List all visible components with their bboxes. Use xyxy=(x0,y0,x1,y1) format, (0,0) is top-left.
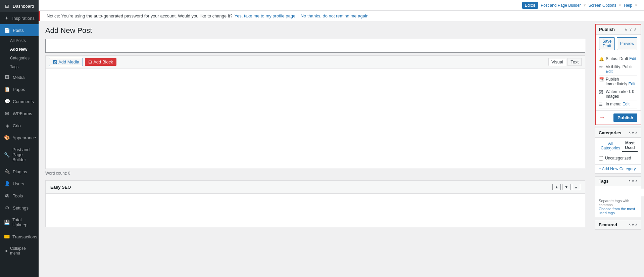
tags-toggle-btn[interactable]: ∧ xyxy=(635,179,638,183)
visibility-value: Public xyxy=(623,64,634,69)
featured-box: Featured ∧ ∨ ∧ xyxy=(595,220,641,230)
sidebar-item-settings[interactable]: ⚙ Settings xyxy=(0,202,39,214)
tab-all-categories[interactable]: All Categories xyxy=(599,140,622,152)
sidebar-item-transactions[interactable]: 💳 Transactions xyxy=(0,231,39,243)
sidebar-item-label: Dashboard xyxy=(13,4,34,9)
featured-toggle-btn[interactable]: ∧ xyxy=(635,223,638,227)
inspirations-icon: ✦ xyxy=(4,15,10,21)
categories-box-title: Categories xyxy=(599,130,621,135)
status-label: Status: xyxy=(606,56,618,61)
category-checkbox-uncategorized[interactable] xyxy=(599,156,603,160)
collapse-arrow-icon: ◄ xyxy=(4,248,8,253)
sidebar-item-posts[interactable]: 📄 Posts xyxy=(0,24,39,36)
categories-box-header: Categories ∧ ∨ ∧ xyxy=(595,128,641,138)
sidebar-item-label: Tools xyxy=(13,193,23,198)
publish-time-label: Publish immediately xyxy=(606,77,627,86)
sidebar-sub-add-new[interactable]: Add New xyxy=(0,45,39,54)
inmenu-row: ☰ In menu: Edit xyxy=(599,100,637,108)
visibility-icon: 👁 xyxy=(599,65,604,70)
sidebar-item-inspirations[interactable]: ✦ Inspirations xyxy=(0,12,39,24)
dashboard-icon: ⊞ xyxy=(4,3,10,9)
publish-box-toggle-btn[interactable]: ∧ xyxy=(633,27,637,32)
editor-tabs: Visual Text xyxy=(548,58,582,66)
notice-dismiss-link[interactable]: No thanks, do not remind me again xyxy=(301,13,368,18)
easy-seo-body xyxy=(45,194,585,227)
sidebar-sub-tags[interactable]: Tags xyxy=(0,62,39,71)
sidebar-item-comments[interactable]: 💬 Comments xyxy=(0,95,39,107)
collapse-menu-label: Collapse menu xyxy=(10,246,35,256)
posts-icon: 📄 xyxy=(4,28,10,33)
visibility-edit-link[interactable]: Edit xyxy=(606,69,613,74)
add-block-button[interactable]: ⊞ Add Block xyxy=(85,58,116,66)
sidebar-item-appearance[interactable]: 🎨 Appearance xyxy=(0,132,39,144)
post-page-builder-link[interactable]: Post and Page Builder xyxy=(541,3,581,8)
categories-box: Categories ∧ ∨ ∧ All Categories Most Use… xyxy=(595,128,641,174)
add-media-button[interactable]: 🖼 Add Media xyxy=(49,58,83,66)
publish-box-header: Publish ∧ ∨ ∧ xyxy=(596,25,641,35)
sidebar-sub-all-posts[interactable]: All Posts xyxy=(0,36,39,45)
featured-collapse-btn[interactable]: ∧ xyxy=(628,223,631,227)
tab-most-used[interactable]: Most Used xyxy=(622,140,638,152)
post-title-input[interactable] xyxy=(45,39,585,53)
easy-seo-toggle-btn[interactable]: ▲ xyxy=(572,184,580,190)
sidebar-item-label: Pages xyxy=(13,87,25,92)
editor-area: Add New Post 🖼 Add Media ⊞ Add Block Vis… xyxy=(39,21,592,277)
publish-box-collapse-btn[interactable]: ∧ xyxy=(624,27,628,32)
add-block-icon: ⊞ xyxy=(88,59,92,64)
sidebar-item-media[interactable]: 🖼 Media xyxy=(0,71,39,83)
publish-time-edit-link[interactable]: Edit xyxy=(628,82,635,86)
featured-up-btn[interactable]: ∨ xyxy=(632,223,634,227)
inmenu-label: In menu: xyxy=(606,102,622,106)
tab-text[interactable]: Text xyxy=(567,58,582,66)
inmenu-text: In menu: Edit xyxy=(606,102,637,106)
status-text: Status: Draft Edit xyxy=(606,56,637,61)
collapse-menu-button[interactable]: ◄ Collapse menu xyxy=(0,243,39,259)
sidebar-item-wpforms[interactable]: ✉ WPForms xyxy=(0,107,39,120)
save-draft-button[interactable]: Save Draft xyxy=(599,37,615,50)
choose-tags-link[interactable]: Choose from the most used tags xyxy=(599,207,635,215)
sidebar-item-crio[interactable]: ◈ Crio xyxy=(0,120,39,132)
publish-button[interactable]: Publish xyxy=(613,113,637,122)
sidebar-item-plugins[interactable]: 🔌 Plugins xyxy=(0,166,39,178)
categories-toggle-btn[interactable]: ∧ xyxy=(635,131,638,135)
preview-button[interactable]: Preview xyxy=(617,37,637,50)
tags-collapse-btn[interactable]: ∧ xyxy=(628,179,631,183)
sidebar-item-users[interactable]: 👤 Users xyxy=(0,178,39,190)
sidebar-item-label: Plugins xyxy=(13,169,27,174)
categories-list: Uncategorized xyxy=(595,152,641,164)
add-media-label: Add Media xyxy=(58,59,79,64)
sidebar-item-total-upkeep[interactable]: 💾 Total Upkeep xyxy=(0,214,39,231)
editor-toolbar: 🖼 Add Media ⊞ Add Block Visual Text xyxy=(45,55,585,68)
sidebar-item-post-page-builder[interactable]: 🔧 Post and Page Builder xyxy=(0,144,39,166)
tags-up-btn[interactable]: ∨ xyxy=(632,179,634,183)
help-link[interactable]: Help xyxy=(624,3,632,8)
add-block-label: Add Block xyxy=(93,59,113,64)
editor-body[interactable] xyxy=(45,68,585,169)
tags-helper: Separate tags with commas Choose from th… xyxy=(595,199,641,217)
add-category-link[interactable]: + Add New Category xyxy=(595,164,641,173)
easy-seo-down-btn[interactable]: ▼ xyxy=(562,184,571,190)
watermark-label: Watermarked: xyxy=(606,89,631,94)
tab-visual[interactable]: Visual xyxy=(548,58,566,66)
screen-options-link[interactable]: Screen Options xyxy=(589,3,616,8)
sidebar-item-pages[interactable]: 📋 Pages xyxy=(0,83,39,95)
publish-box-up-btn[interactable]: ∨ xyxy=(629,27,633,32)
easy-seo-bar[interactable]: Easy SEO ▲ ▼ ▲ xyxy=(45,180,585,194)
easy-seo-up-btn[interactable]: ▲ xyxy=(552,184,561,190)
status-value: Draft xyxy=(620,56,628,61)
categories-up-btn[interactable]: ∨ xyxy=(632,131,634,135)
sidebar-item-label: Inspirations xyxy=(12,16,35,21)
notice-bar: Notice: You're using the auto-generated … xyxy=(39,11,644,21)
status-edit-link[interactable]: Edit xyxy=(629,56,636,61)
editor-button[interactable]: Editor xyxy=(522,2,538,9)
publish-arrow-icon: → xyxy=(599,114,605,121)
categories-collapse-btn[interactable]: ∧ xyxy=(628,131,631,135)
sidebar-item-tools[interactable]: 🛠 Tools xyxy=(0,190,39,202)
menu-icon: ☰ xyxy=(599,102,604,107)
easy-seo-title: Easy SEO xyxy=(50,185,71,190)
sidebar-item-dashboard[interactable]: ⊞ Dashboard xyxy=(0,0,39,12)
tags-text-input[interactable] xyxy=(599,189,644,196)
inmenu-edit-link[interactable]: Edit xyxy=(623,102,630,106)
notice-profile-link[interactable]: Yes, take me to my profile page xyxy=(235,13,296,18)
sidebar-sub-categories[interactable]: Categories xyxy=(0,54,39,62)
